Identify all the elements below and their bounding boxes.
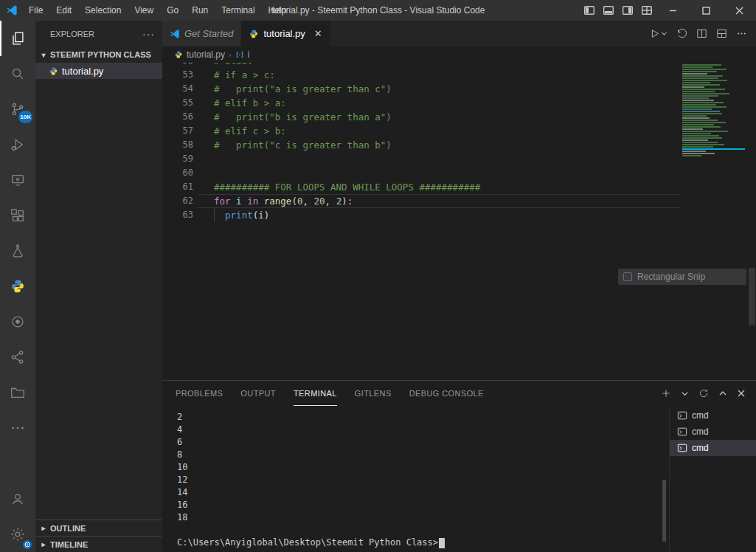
- toggle-secondary-sidebar-icon[interactable]: [618, 0, 637, 21]
- source-control-icon[interactable]: 10K: [0, 92, 35, 127]
- line-number: 63: [162, 208, 193, 222]
- run-dropdown-chevron-icon[interactable]: [661, 30, 667, 37]
- code-line-60[interactable]: 60: [162, 166, 756, 180]
- extensions-icon[interactable]: [0, 198, 35, 233]
- search-icon[interactable]: [0, 56, 35, 92]
- panel-tab-gitlens[interactable]: GITLENS: [355, 381, 392, 406]
- code-line-61[interactable]: 61########## FOR LOOPS AND WHILE LOOPS #…: [162, 180, 756, 194]
- panel-tab-output[interactable]: OUTPUT: [240, 381, 276, 406]
- terminal-name: cmd: [692, 427, 709, 437]
- outline-section[interactable]: ▸ OUTLINE: [35, 520, 162, 536]
- terminal-name: cmd: [692, 410, 709, 421]
- history-icon[interactable]: [676, 28, 687, 39]
- line-number: 53: [162, 68, 193, 82]
- more-views-icon[interactable]: [0, 410, 35, 446]
- menu-view[interactable]: View: [128, 0, 160, 21]
- explorer-sidebar: EXPLORER ··· ▾ STEEMIT PYTHON CLASS tuto…: [35, 21, 162, 552]
- new-terminal-icon[interactable]: [661, 388, 671, 399]
- line-number: 56: [162, 110, 193, 124]
- title-bar: FileEditSelectionViewGoRunTerminalHelp t…: [0, 0, 756, 21]
- menu-file[interactable]: File: [22, 0, 49, 21]
- terminal-list-item[interactable]: cmd: [670, 407, 756, 424]
- toggle-panel-icon[interactable]: [599, 0, 618, 21]
- account-icon[interactable]: [0, 481, 35, 517]
- breadcrumb-symbol[interactable]: i: [248, 49, 250, 60]
- timeline-section[interactable]: ▸ TIMELINE: [35, 536, 162, 552]
- menu-selection[interactable]: Selection: [78, 0, 128, 21]
- customize-layout-icon[interactable]: [637, 0, 656, 21]
- split-editor-icon[interactable]: [696, 28, 707, 39]
- editor-scrollbar[interactable]: [749, 268, 755, 325]
- code-line-62[interactable]: 62for i in range(0, 20, 2):: [162, 194, 756, 208]
- code-line-63[interactable]: 63 print(i): [162, 208, 756, 222]
- file-item-tutorial-py[interactable]: tutorial.py: [35, 63, 162, 79]
- line-number: 58: [162, 138, 193, 152]
- run-python-file-button[interactable]: [649, 28, 667, 39]
- settings-gear-icon[interactable]: [0, 517, 35, 552]
- menu-go[interactable]: Go: [160, 0, 185, 21]
- share-icon[interactable]: [0, 339, 35, 375]
- remote-explorer-icon[interactable]: [0, 162, 35, 198]
- code-line-57[interactable]: 57# elif c > b:: [162, 124, 756, 138]
- run-debug-icon[interactable]: [0, 127, 35, 162]
- tab-tutorial-py[interactable]: tutorial.py ✕: [241, 21, 330, 46]
- python-icon[interactable]: [0, 269, 35, 304]
- code-line-58[interactable]: 58# print("c is greater than b"): [162, 138, 756, 152]
- close-button[interactable]: [723, 0, 756, 21]
- terminal-scrollbar[interactable]: [662, 480, 666, 542]
- terminal-output-line: 2: [177, 411, 670, 424]
- menu-run[interactable]: Run: [185, 0, 215, 21]
- workspace-section-header[interactable]: ▾ STEEMIT PYTHON CLASS: [35, 46, 162, 63]
- terminal-list-item[interactable]: cmd: [670, 440, 756, 456]
- explorer-more-actions-icon[interactable]: ···: [142, 28, 155, 40]
- tab-close-icon[interactable]: ✕: [314, 28, 322, 39]
- tab-label: tutorial.py: [263, 28, 305, 39]
- folder-icon[interactable]: [0, 375, 35, 410]
- code-line-52[interactable]: 52# else:: [162, 63, 756, 68]
- editor-layout-icon[interactable]: [716, 28, 727, 39]
- minimap-row: [682, 131, 728, 132]
- explorer-icon[interactable]: [0, 21, 35, 56]
- minimap-row: [682, 146, 713, 148]
- minimap[interactable]: [682, 64, 745, 157]
- terminal-list-item[interactable]: cmd: [670, 424, 756, 440]
- more-actions-icon[interactable]: [736, 28, 747, 39]
- code-line-59[interactable]: 59: [162, 152, 756, 166]
- panel-tab-debug-console[interactable]: DEBUG CONSOLE: [409, 381, 484, 406]
- tab-get-started[interactable]: Get Started: [162, 21, 241, 46]
- line-number: 57: [162, 124, 193, 138]
- close-panel-icon[interactable]: [737, 389, 746, 398]
- code-text: [193, 166, 214, 180]
- menu-terminal[interactable]: Terminal: [215, 0, 261, 21]
- terminal-output-line: 4: [177, 424, 670, 436]
- code-text: ########## FOR LOOPS AND WHILE LOOPS ###…: [193, 180, 480, 194]
- minimap-row: [682, 77, 718, 79]
- toggle-sidebar-icon[interactable]: [580, 0, 599, 21]
- line-number: 52: [162, 63, 193, 68]
- testing-icon[interactable]: [0, 233, 35, 269]
- minimap-row: [682, 120, 718, 121]
- menu-edit[interactable]: Edit: [49, 0, 78, 21]
- code-editor[interactable]: 52# else:53# if a > c:54# print("a is gr…: [162, 63, 756, 380]
- minimap-row: [682, 104, 716, 106]
- settings-sync-badge: [23, 540, 32, 549]
- code-line-56[interactable]: 56# print("b is greater than a"): [162, 110, 756, 124]
- terminal-output[interactable]: 24681012141618 C:\Users\Anyiglobal\Deskt…: [162, 406, 670, 552]
- terminal-dropdown-chevron-icon[interactable]: [681, 390, 689, 398]
- code-line-53[interactable]: 53# if a > c:: [162, 68, 756, 82]
- snip-label: Rectangular Snip: [637, 272, 705, 282]
- maximize-panel-icon[interactable]: [718, 389, 727, 398]
- terminal-prompt-line[interactable]: C:\Users\Anyiglobal\Desktop\Steemit Pyth…: [177, 537, 670, 549]
- browser-icon[interactable]: [0, 304, 35, 339]
- panel-tab-problems[interactable]: PROBLEMS: [176, 381, 223, 406]
- panel-tab-terminal[interactable]: TERMINAL: [294, 381, 337, 406]
- minimap-row: [682, 89, 725, 90]
- restart-terminal-icon[interactable]: [698, 388, 709, 399]
- minimap-row: [682, 84, 720, 86]
- minimap-row: [682, 108, 712, 110]
- breadcrumb-file[interactable]: tutorial.py: [187, 49, 225, 60]
- code-line-54[interactable]: 54# print("a is greater than c"): [162, 82, 756, 96]
- code-line-55[interactable]: 55# elif b > a:: [162, 96, 756, 110]
- minimize-button[interactable]: [656, 0, 690, 21]
- maximize-button[interactable]: [690, 0, 723, 21]
